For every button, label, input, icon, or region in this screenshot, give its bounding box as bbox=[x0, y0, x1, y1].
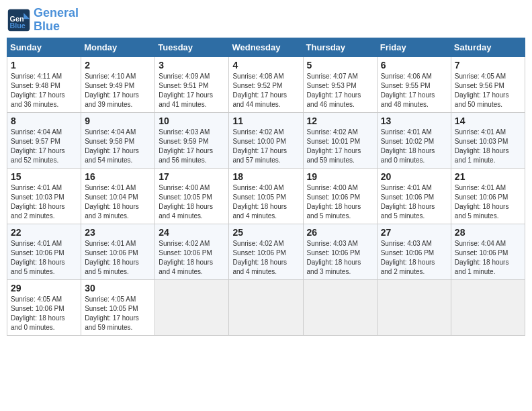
day-number: 30 bbox=[85, 283, 151, 293]
calendar-cell-day-10: 10Sunrise: 4:03 AM Sunset: 9:59 PM Dayli… bbox=[155, 112, 229, 168]
calendar-week-2: 8Sunrise: 4:04 AM Sunset: 9:57 PM Daylig… bbox=[7, 112, 525, 168]
logo-text: GeneralBlue bbox=[34, 7, 79, 34]
day-info: Sunrise: 4:02 AM Sunset: 10:06 PM Daylig… bbox=[232, 239, 299, 277]
logo-icon: Gen Blue bbox=[7, 8, 31, 32]
day-number: 26 bbox=[307, 227, 373, 238]
calendar-cell-day-18: 18Sunrise: 4:00 AM Sunset: 10:05 PM Dayl… bbox=[229, 168, 303, 224]
header: Gen Blue GeneralBlue bbox=[7, 7, 525, 34]
calendar-cell-day-12: 12Sunrise: 4:02 AM Sunset: 10:01 PM Dayl… bbox=[303, 112, 377, 168]
weekday-header-friday: Friday bbox=[377, 38, 451, 56]
weekday-header-tuesday: Tuesday bbox=[155, 38, 229, 56]
calendar-cell-day-6: 6Sunrise: 4:06 AM Sunset: 9:55 PM Daylig… bbox=[377, 56, 451, 112]
calendar-cell-day-22: 22Sunrise: 4:01 AM Sunset: 10:06 PM Dayl… bbox=[7, 224, 81, 279]
weekday-header-thursday: Thursday bbox=[303, 38, 377, 56]
calendar-cell-day-5: 5Sunrise: 4:07 AM Sunset: 9:53 PM Daylig… bbox=[303, 56, 377, 112]
day-info: Sunrise: 4:11 AM Sunset: 9:48 PM Dayligh… bbox=[11, 72, 77, 109]
day-info: Sunrise: 4:00 AM Sunset: 10:06 PM Daylig… bbox=[307, 183, 373, 221]
day-number: 10 bbox=[159, 116, 225, 126]
weekday-header-monday: Monday bbox=[81, 38, 155, 56]
calendar-cell-day-7: 7Sunrise: 4:05 AM Sunset: 9:56 PM Daylig… bbox=[451, 56, 525, 112]
day-info: Sunrise: 4:01 AM Sunset: 10:06 PM Daylig… bbox=[381, 183, 447, 221]
calendar-cell-empty bbox=[155, 279, 229, 335]
day-info: Sunrise: 4:00 AM Sunset: 10:05 PM Daylig… bbox=[159, 183, 225, 221]
day-number: 24 bbox=[159, 227, 225, 238]
calendar-cell-day-13: 13Sunrise: 4:01 AM Sunset: 10:02 PM Dayl… bbox=[377, 112, 451, 168]
day-number: 13 bbox=[381, 116, 447, 126]
calendar-cell-day-11: 11Sunrise: 4:02 AM Sunset: 10:00 PM Dayl… bbox=[229, 112, 303, 168]
day-info: Sunrise: 4:02 AM Sunset: 10:06 PM Daylig… bbox=[159, 239, 225, 277]
day-number: 1 bbox=[11, 60, 77, 71]
day-info: Sunrise: 4:07 AM Sunset: 9:53 PM Dayligh… bbox=[307, 72, 373, 109]
day-info: Sunrise: 4:09 AM Sunset: 9:51 PM Dayligh… bbox=[159, 72, 225, 109]
day-number: 29 bbox=[11, 283, 77, 293]
day-number: 3 bbox=[159, 60, 225, 71]
day-number: 6 bbox=[381, 60, 447, 71]
day-info: Sunrise: 4:01 AM Sunset: 10:04 PM Daylig… bbox=[85, 183, 151, 221]
weekday-header-saturday: Saturday bbox=[451, 38, 525, 56]
day-info: Sunrise: 4:06 AM Sunset: 9:55 PM Dayligh… bbox=[381, 72, 447, 109]
day-number: 19 bbox=[307, 171, 373, 182]
day-number: 12 bbox=[307, 116, 373, 126]
day-info: Sunrise: 4:05 AM Sunset: 9:56 PM Dayligh… bbox=[455, 72, 521, 109]
calendar-cell-day-16: 16Sunrise: 4:01 AM Sunset: 10:04 PM Dayl… bbox=[81, 168, 155, 224]
day-number: 8 bbox=[11, 116, 77, 126]
day-info: Sunrise: 4:00 AM Sunset: 10:05 PM Daylig… bbox=[232, 183, 299, 221]
day-info: Sunrise: 4:01 AM Sunset: 10:06 PM Daylig… bbox=[455, 183, 521, 221]
day-number: 14 bbox=[455, 116, 521, 126]
day-number: 22 bbox=[11, 227, 77, 238]
calendar-cell-day-14: 14Sunrise: 4:01 AM Sunset: 10:03 PM Dayl… bbox=[451, 112, 525, 168]
day-info: Sunrise: 4:01 AM Sunset: 10:03 PM Daylig… bbox=[455, 128, 521, 165]
day-info: Sunrise: 4:01 AM Sunset: 10:06 PM Daylig… bbox=[85, 239, 151, 277]
calendar-cell-day-3: 3Sunrise: 4:09 AM Sunset: 9:51 PM Daylig… bbox=[155, 56, 229, 112]
calendar-cell-day-2: 2Sunrise: 4:10 AM Sunset: 9:49 PM Daylig… bbox=[81, 56, 155, 112]
calendar-cell-day-30: 30Sunrise: 4:05 AM Sunset: 10:05 PM Dayl… bbox=[81, 279, 155, 335]
weekday-header-sunday: Sunday bbox=[7, 38, 81, 56]
day-number: 23 bbox=[85, 227, 151, 238]
calendar-cell-day-1: 1Sunrise: 4:11 AM Sunset: 9:48 PM Daylig… bbox=[7, 56, 81, 112]
day-number: 28 bbox=[455, 227, 521, 238]
day-info: Sunrise: 4:02 AM Sunset: 10:00 PM Daylig… bbox=[232, 128, 299, 165]
calendar-week-5: 29Sunrise: 4:05 AM Sunset: 10:06 PM Dayl… bbox=[7, 279, 525, 335]
weekday-header-wednesday: Wednesday bbox=[229, 38, 303, 56]
day-info: Sunrise: 4:08 AM Sunset: 9:52 PM Dayligh… bbox=[232, 72, 299, 109]
calendar-week-1: 1Sunrise: 4:11 AM Sunset: 9:48 PM Daylig… bbox=[7, 56, 525, 112]
weekday-header-row: SundayMondayTuesdayWednesdayThursdayFrid… bbox=[7, 38, 525, 56]
day-number: 21 bbox=[455, 171, 521, 182]
day-info: Sunrise: 4:04 AM Sunset: 9:58 PM Dayligh… bbox=[85, 128, 151, 165]
day-number: 2 bbox=[85, 60, 151, 71]
day-number: 4 bbox=[232, 60, 299, 71]
calendar-cell-day-17: 17Sunrise: 4:00 AM Sunset: 10:05 PM Dayl… bbox=[155, 168, 229, 224]
day-info: Sunrise: 4:01 AM Sunset: 10:03 PM Daylig… bbox=[11, 183, 77, 221]
day-info: Sunrise: 4:03 AM Sunset: 9:59 PM Dayligh… bbox=[159, 128, 225, 165]
calendar-cell-day-8: 8Sunrise: 4:04 AM Sunset: 9:57 PM Daylig… bbox=[7, 112, 81, 168]
day-info: Sunrise: 4:03 AM Sunset: 10:06 PM Daylig… bbox=[307, 239, 373, 277]
calendar-cell-day-26: 26Sunrise: 4:03 AM Sunset: 10:06 PM Dayl… bbox=[303, 224, 377, 279]
calendar-cell-empty bbox=[451, 279, 525, 335]
day-number: 15 bbox=[11, 171, 77, 182]
day-info: Sunrise: 4:03 AM Sunset: 10:06 PM Daylig… bbox=[381, 239, 447, 277]
calendar-week-3: 15Sunrise: 4:01 AM Sunset: 10:03 PM Dayl… bbox=[7, 168, 525, 224]
day-number: 17 bbox=[159, 171, 225, 182]
day-number: 18 bbox=[232, 171, 299, 182]
calendar-cell-day-21: 21Sunrise: 4:01 AM Sunset: 10:06 PM Dayl… bbox=[451, 168, 525, 224]
calendar-cell-day-20: 20Sunrise: 4:01 AM Sunset: 10:06 PM Dayl… bbox=[377, 168, 451, 224]
calendar-week-4: 22Sunrise: 4:01 AM Sunset: 10:06 PM Dayl… bbox=[7, 224, 525, 279]
day-info: Sunrise: 4:05 AM Sunset: 10:06 PM Daylig… bbox=[11, 295, 77, 332]
calendar-cell-day-28: 28Sunrise: 4:04 AM Sunset: 10:06 PM Dayl… bbox=[451, 224, 525, 279]
day-info: Sunrise: 4:05 AM Sunset: 10:05 PM Daylig… bbox=[85, 295, 151, 332]
calendar-cell-day-19: 19Sunrise: 4:00 AM Sunset: 10:06 PM Dayl… bbox=[303, 168, 377, 224]
calendar-cell-day-15: 15Sunrise: 4:01 AM Sunset: 10:03 PM Dayl… bbox=[7, 168, 81, 224]
calendar-cell-day-4: 4Sunrise: 4:08 AM Sunset: 9:52 PM Daylig… bbox=[229, 56, 303, 112]
day-info: Sunrise: 4:04 AM Sunset: 10:06 PM Daylig… bbox=[455, 239, 521, 277]
calendar-cell-empty bbox=[377, 279, 451, 335]
svg-text:Blue: Blue bbox=[10, 21, 26, 29]
calendar-cell-empty bbox=[229, 279, 303, 335]
day-number: 16 bbox=[85, 171, 151, 182]
calendar-cell-empty bbox=[303, 279, 377, 335]
day-number: 9 bbox=[85, 116, 151, 126]
day-info: Sunrise: 4:02 AM Sunset: 10:01 PM Daylig… bbox=[307, 128, 373, 165]
calendar-cell-day-24: 24Sunrise: 4:02 AM Sunset: 10:06 PM Dayl… bbox=[155, 224, 229, 279]
calendar-table: SundayMondayTuesdayWednesdayThursdayFrid… bbox=[7, 38, 525, 336]
day-info: Sunrise: 4:01 AM Sunset: 10:02 PM Daylig… bbox=[381, 128, 447, 165]
calendar-cell-day-23: 23Sunrise: 4:01 AM Sunset: 10:06 PM Dayl… bbox=[81, 224, 155, 279]
